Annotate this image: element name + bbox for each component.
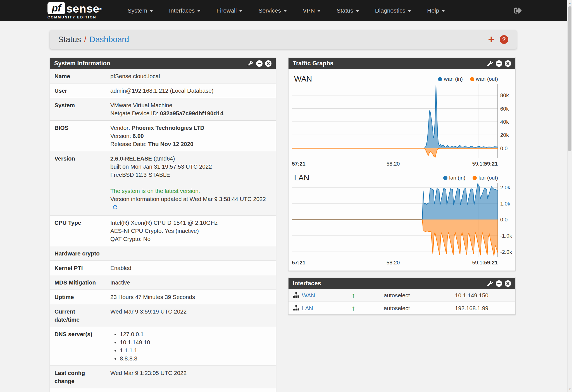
value-text: Vendor: (110, 125, 132, 131)
dns-server-list: 127.0.0.110.1.149.101.1.1.18.8.8.8 (110, 330, 271, 362)
table-row: Version2.6.0-RELEASE (amd64)built on Mon… (50, 151, 276, 216)
svg-text:40k: 40k (500, 119, 509, 125)
value-line: built on Mon Jan 31 19:57:53 UTC 2022 (110, 162, 271, 171)
nav-item-label: Diagnostics (375, 7, 406, 14)
row-value: 23 Hours 47 Minutes 39 Seconds (106, 290, 276, 304)
value-text: FreeBSD 12.3-STABLE (110, 171, 170, 178)
nav-item-diagnostics[interactable]: Diagnostics (367, 0, 419, 21)
nav-item-firewall[interactable]: Firewall (208, 0, 250, 21)
svg-text:59:10: 59:10 (472, 161, 485, 167)
interface-name-cell: LAN (293, 305, 352, 312)
table-row: NamepfSense.cloud.local (50, 69, 276, 83)
value-line: Inactive (110, 278, 271, 286)
breadcrumb: Status / Dashboard + ? (50, 30, 517, 49)
value-line: QAT Crypto: No (110, 235, 271, 243)
value-line: Release Date: Thu Nov 12 2020 (110, 140, 271, 148)
row-value: admin@192.168.1.212 (Local Database) (106, 83, 276, 98)
scrollbar-down-arrow[interactable]: ▼ (568, 387, 572, 391)
interface-link[interactable]: WAN (302, 292, 315, 299)
legend-item: lan (in) (443, 175, 465, 181)
interface-link[interactable]: LAN (302, 305, 313, 312)
table-row: DNS server(s)127.0.0.110.1.149.101.1.1.1… (50, 327, 276, 366)
chart-legend: lan (in)lan (out) (443, 175, 498, 181)
svg-text:59:21: 59:21 (484, 260, 498, 266)
svg-text:20k: 20k (500, 132, 509, 138)
legend-dot-icon (473, 176, 477, 180)
help-icon[interactable]: ? (500, 35, 508, 44)
legend-label: lan (out) (478, 175, 498, 181)
value-line: Wed Mar 9 1:23:05 UTC 2022 (110, 369, 271, 377)
value-line (110, 179, 271, 187)
sitemap-icon (293, 305, 299, 311)
chart-title-lan: LAN (294, 173, 309, 182)
table-row: State table size0% (26/95000) Show state… (50, 388, 276, 392)
svg-text:0.0: 0.0 (500, 145, 507, 151)
row-value: Wed Mar 9 3:59:19 UTC 2022 (106, 304, 276, 327)
chart-head: LANlan (in)lan (out) (294, 173, 512, 182)
chart-head: WANwan (in)wan (out) (294, 75, 512, 83)
legend-dot-icon (443, 176, 447, 180)
table-row: Hardware crypto (50, 246, 276, 261)
svg-text:59:10: 59:10 (472, 260, 485, 266)
value-line: Enabled (110, 264, 271, 272)
page-scrollbar[interactable]: ▲ ▼ (567, 0, 572, 392)
logout-button[interactable] (514, 7, 522, 15)
add-widget-icon[interactable]: + (488, 34, 494, 45)
row-value: 0% (26/95000) Show states (106, 388, 276, 392)
sitemap-icon (293, 292, 299, 298)
status-up-icon: ↑ (352, 305, 384, 312)
interface-media: autoselect (384, 305, 455, 312)
breadcrumb-section: Status (58, 35, 81, 44)
scrollbar-up-arrow[interactable]: ▲ (568, 1, 572, 5)
refresh-icon[interactable] (112, 204, 118, 212)
table-row: Uptime23 Hours 47 Minutes 39 Seconds (50, 290, 276, 304)
value-text: The system is on the latest version. (110, 188, 200, 194)
value-line: Version: 6.00 (110, 132, 271, 140)
interfaces-panel: Interfaces WAN↑autoselect10.1.149.150LAN… (288, 278, 516, 315)
nav-item-system[interactable]: System (120, 0, 161, 21)
value-text: admin@192.168.1.212 (Local Database) (110, 87, 214, 94)
row-value: Intel(R) Xeon(R) CPU D-1541 @ 2.10GHzAES… (106, 216, 276, 246)
minimize-icon[interactable] (496, 60, 502, 67)
svg-text:57:21: 57:21 (292, 260, 306, 266)
svg-text:1.0k: 1.0k (500, 201, 510, 207)
wrench-icon[interactable] (487, 61, 493, 66)
chevron-down-icon (239, 10, 242, 12)
value-line: AES-NI CPU Crypto: Yes (inactive) (110, 227, 271, 235)
minimize-icon[interactable] (256, 60, 263, 67)
close-icon[interactable] (265, 60, 271, 67)
value-text: pfSense.cloud.local (110, 73, 160, 79)
value-line: 2.6.0-RELEASE (amd64) (110, 154, 271, 162)
value-text: Version information updated at Wed Mar 9… (110, 196, 266, 202)
row-label: Hardware crypto (50, 246, 106, 261)
interface-row-lan: LAN↑autoselect192.168.1.99 (289, 302, 515, 314)
value-line: FreeBSD 12.3-STABLE (110, 171, 271, 179)
nav-item-help[interactable]: Help (419, 0, 453, 21)
close-icon[interactable] (505, 280, 511, 287)
nav-item-status[interactable]: Status (328, 0, 367, 21)
pfsense-logo[interactable]: pf sense® COMMUNITY EDITION (47, 2, 102, 19)
row-label: Current date/time (50, 304, 106, 327)
list-item: 127.0.0.1 (120, 330, 271, 338)
breadcrumb-page[interactable]: Dashboard (89, 35, 129, 44)
value-line: 23 Hours 47 Minutes 39 Seconds (110, 293, 271, 301)
table-row: Kernel PTIEnabled (50, 261, 276, 275)
chart-legend: wan (in)wan (out) (438, 76, 498, 82)
minimize-icon[interactable] (496, 280, 502, 287)
close-icon[interactable] (505, 60, 511, 67)
wrench-icon[interactable] (248, 61, 253, 66)
value-line: pfSense.cloud.local (110, 72, 271, 80)
nav-item-vpn[interactable]: VPN (295, 0, 328, 21)
legend-dot-icon (438, 77, 442, 81)
row-label: System (50, 98, 106, 121)
table-row: Last config changeWed Mar 9 1:23:05 UTC … (50, 366, 276, 388)
value-text: Netgate Device ID: (110, 110, 160, 116)
scrollbar-thumb[interactable] (568, 6, 571, 151)
row-value: Vendor: Phoenix Technologies LTDVersion:… (106, 121, 276, 151)
value-text: Release Date: (110, 141, 148, 147)
row-label: State table size (50, 388, 106, 392)
wrench-icon[interactable] (487, 281, 493, 286)
row-label: Uptime (50, 290, 106, 304)
nav-item-interfaces[interactable]: Interfaces (161, 0, 208, 21)
nav-item-services[interactable]: Services (250, 0, 295, 21)
